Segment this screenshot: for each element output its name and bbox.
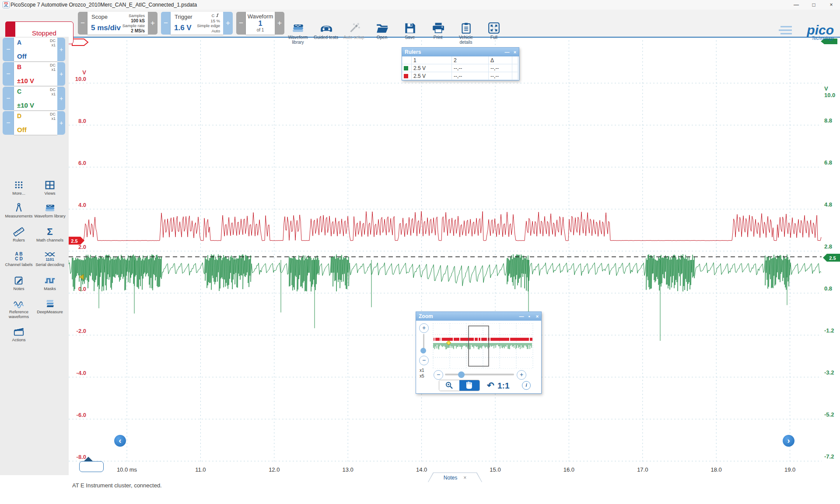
channel-b-card[interactable]: −BDCx1±10 V+ (3, 62, 65, 86)
channel-labels-label: Channel labels (3, 262, 35, 267)
channel-D-decrease-button[interactable]: − (3, 111, 14, 135)
channel-B-decrease-button[interactable]: − (3, 62, 14, 86)
sidebar-item-rulers[interactable]: Rulers (3, 226, 35, 243)
print-button[interactable]: Print (425, 21, 451, 46)
svg-text:Σ: Σ (47, 226, 52, 237)
rulers-col-2: 2 (452, 56, 489, 64)
axis-tick-label: 0.0 (78, 286, 86, 292)
channel-B-increase-button[interactable]: + (57, 62, 65, 86)
zoom-horizontal-slider-handle[interactable] (458, 371, 465, 378)
full-button[interactable]: Full (481, 21, 507, 46)
waveform-prev-button[interactable]: − (236, 12, 246, 35)
sidebar-item-notes[interactable]: Notes (3, 274, 35, 291)
zoom-minimize-icon[interactable]: — (518, 314, 525, 319)
rulers-minimize-icon[interactable]: — (503, 49, 511, 55)
undo-zoom-icon[interactable]: ↶ (487, 380, 494, 391)
save-label: Save (397, 35, 423, 40)
channel-D-increase-button[interactable]: + (57, 111, 65, 135)
notes-tab-close-icon[interactable]: × (463, 475, 466, 481)
sidebar-item-measurements[interactable]: Measurements (3, 202, 35, 219)
vehicle-details-icon (459, 21, 472, 35)
channel-C-increase-button[interactable]: + (57, 87, 65, 110)
zoom-close-icon[interactable]: × (533, 314, 541, 319)
channel-D-body[interactable]: DDCx1Off (14, 111, 57, 135)
zoom-vertical-plus-button[interactable]: + (419, 323, 429, 333)
zoom-ratio-button[interactable]: 1:1 (497, 381, 509, 391)
more-label: More... (3, 191, 35, 196)
scope-decrease-button[interactable]: − (78, 12, 88, 35)
sidebar-item-actions[interactable]: Actions (3, 326, 35, 343)
sidebar-item-math-channels[interactable]: ΣMath channels (34, 226, 66, 243)
sidebar-item-views[interactable]: Views (34, 179, 66, 196)
more-icon (13, 179, 24, 191)
samples-value: 100 kS (131, 18, 145, 23)
open-button[interactable]: Open (369, 21, 395, 46)
zoom-tool-button[interactable] (439, 380, 459, 391)
zoom-vertical-minus-button[interactable]: − (419, 356, 429, 365)
pan-tool-button[interactable] (459, 380, 480, 391)
rulers-window-titlebar[interactable]: Rulers — × (402, 48, 519, 56)
axis-tick-label: 19.0 (784, 466, 795, 473)
channel-A-decrease-button[interactable]: − (3, 38, 14, 61)
channel-a-card[interactable]: −ADCx1Off+ (3, 38, 65, 61)
channel-c-card[interactable]: −CDCx1±10 V+ (3, 87, 65, 110)
auto-setup-button: Auto setup (341, 21, 367, 46)
sidebar-item-waveform-library[interactable]: Waveform library (34, 202, 66, 219)
trigger-level-value: 1.6 V (174, 24, 192, 32)
channel-C-body[interactable]: CDCx1±10 V (14, 87, 57, 110)
sidebar-item-reference-waveforms[interactable]: Reference waveforms (3, 298, 35, 319)
sidebar-item-serial-decoding[interactable]: 1101Serial decoding (34, 250, 66, 267)
axis-tick-label: 4.8 (824, 201, 832, 208)
waveform-next-button[interactable]: + (275, 12, 284, 35)
sidebar-item-more[interactable]: More... (3, 179, 35, 196)
channel-d-card[interactable]: −DDCx1Off+ (3, 111, 65, 135)
svg-text:A B: A B (15, 252, 22, 256)
trigger-panel[interactable]: Trigger 1.6 V C 15 % Simple edge Auto (171, 12, 223, 35)
channel-A-body[interactable]: ADCx1Off (14, 38, 57, 61)
channel-B-body[interactable]: BDCx1±10 V (14, 62, 57, 86)
sidebar-item-masks[interactable]: Masks (34, 274, 66, 291)
zoom-overview-preview[interactable] (433, 323, 533, 369)
zoom-maximize-icon[interactable]: ▪ (525, 314, 533, 319)
scope-panel[interactable]: Scope 5 ms/div Samples 100 kS Sample rat… (88, 12, 148, 35)
zoom-info-icon[interactable]: i (522, 381, 531, 390)
zoom-window-titlebar[interactable]: Zoom — ▪ × (416, 312, 541, 321)
save-button[interactable]: Save (397, 21, 423, 46)
rulers-close-icon[interactable]: × (511, 49, 519, 55)
waveform-library-button[interactable]: Waveform library (285, 21, 311, 46)
close-icon[interactable]: × (822, 0, 840, 10)
trigger-marker[interactable] (72, 39, 88, 46)
guided-tests-button[interactable]: Guided tests (313, 21, 339, 46)
samples-label: Samples (129, 13, 145, 18)
sample-rate-value: 2 MS/s (131, 28, 145, 33)
pan-left-button[interactable]: ‹ (114, 435, 126, 447)
sidebar-item-deepmeasure[interactable]: DeepMeasure (34, 298, 66, 315)
waveform-panel[interactable]: Waveform 1 of 1 (246, 12, 275, 35)
sidebar-item-channel-labels[interactable]: A BC DChannel labels (3, 250, 35, 267)
zoom-horizontal-plus-button[interactable]: + (517, 370, 526, 380)
rulers-window[interactable]: Rulers — × 12Δ2.5 V--,----,--2.5 V--,---… (402, 47, 519, 80)
channel-A-increase-button[interactable]: + (57, 38, 65, 61)
trigger-increase-button[interactable]: + (223, 12, 233, 35)
notes-tab[interactable]: Notes × (428, 473, 482, 482)
scroll-position-marker[interactable] (84, 457, 93, 461)
zoom-vertical-slider-handle[interactable] (420, 348, 426, 354)
axis-tick-label: 6.8 (824, 159, 832, 166)
views-icon (44, 179, 56, 191)
guided-tests-icon (319, 21, 332, 35)
print-label: Print (425, 35, 451, 40)
channel-C-decrease-button[interactable]: − (3, 87, 14, 110)
horizontal-scroll-thumb[interactable] (79, 461, 104, 472)
measurements-label: Measurements (3, 214, 35, 219)
pan-right-button[interactable]: › (783, 435, 794, 447)
trigger-decrease-button[interactable]: − (161, 12, 171, 35)
vehicle-details-button[interactable]: Vehicle details (453, 21, 479, 46)
zoom-horizontal-minus-button[interactable]: − (434, 370, 443, 380)
zoom-window[interactable]: Zoom — ▪ × + − − + x1 x5 ↶ 1:1 i (416, 312, 542, 394)
hand-icon (466, 382, 473, 389)
minimize-icon[interactable]: — (788, 0, 805, 10)
ruler-row-0-value2: --,-- (452, 64, 489, 72)
zoom-horizontal-slider-track[interactable] (445, 374, 514, 375)
scope-increase-button[interactable]: + (148, 12, 158, 35)
maximize-icon[interactable]: □ (805, 0, 822, 10)
